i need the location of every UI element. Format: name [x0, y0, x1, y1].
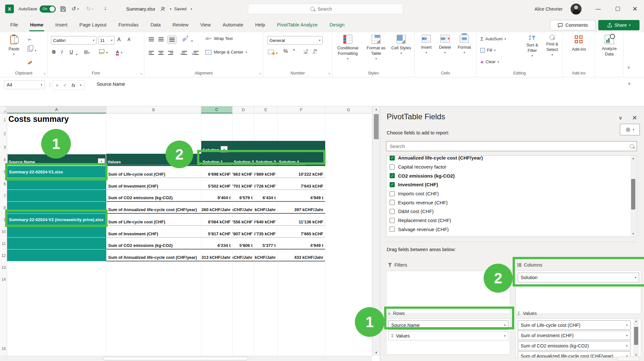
restore-button[interactable]	[611, 0, 624, 18]
cell-g7[interactable]	[325, 190, 372, 202]
percent-style-button[interactable]: %	[283, 48, 288, 54]
fill-button[interactable]: ↓ Fill▾	[480, 48, 496, 53]
row-header-1[interactable]: 1	[0, 113, 7, 126]
values-scroll-down-icon[interactable]: ▼	[633, 354, 639, 356]
cell-d1[interactable]	[232, 113, 254, 126]
collapse-ribbon-icon[interactable]: ∨	[627, 65, 630, 70]
column-header-f[interactable]: F	[278, 106, 325, 113]
cell-f5[interactable]: 10’222 kCHF	[278, 166, 325, 178]
cell-f10[interactable]: 7’665 kCHF	[278, 226, 325, 238]
field-item-imports[interactable]: Imports cost (CHF)	[390, 189, 629, 198]
checkbox-icon[interactable]	[390, 218, 395, 223]
field-item-co2[interactable]: ✓ CO2 emissions (kg-CO2)	[390, 171, 629, 180]
cell-c15[interactable]	[201, 341, 232, 356]
cell-f6[interactable]: 7’643 kCHF	[278, 178, 325, 190]
cell-d6[interactable]: 5’701 kCHF	[232, 178, 254, 190]
tab-file[interactable]: File	[10, 19, 19, 31]
list-scroll-up-icon[interactable]: ▲	[630, 157, 636, 160]
comments-button[interactable]: Comments	[550, 20, 596, 30]
spacer-a[interactable]	[7, 285, 106, 341]
tab-data[interactable]: Data	[150, 19, 161, 31]
values-area[interactable]: Sum of Life-cycle cost (CHF) ▾ Sum of In…	[516, 318, 641, 358]
bold-button[interactable]: B	[52, 49, 56, 54]
cell-b14[interactable]	[106, 273, 201, 285]
spacer-b[interactable]	[106, 285, 201, 341]
cell-e5[interactable]: 6’869 kCHF	[254, 166, 278, 178]
cell-g15[interactable]	[325, 341, 372, 356]
row-header-14[interactable]: 14	[0, 273, 7, 285]
scroll-down-icon[interactable]: ▼	[373, 351, 380, 354]
find-select-button[interactable]: Find & Select ▾	[543, 35, 562, 58]
values-scroll-thumb[interactable]	[634, 327, 638, 345]
cell-c14[interactable]	[201, 273, 232, 285]
cell-d2[interactable]	[232, 126, 254, 141]
align-center-button[interactable]	[158, 50, 164, 56]
column-header-d[interactable]: D	[232, 106, 254, 113]
tab-review[interactable]: Review	[172, 19, 189, 31]
row-header-2[interactable]: 2	[0, 126, 7, 141]
column-header-g[interactable]: G	[325, 106, 372, 113]
select-all-corner[interactable]	[0, 106, 7, 113]
values-scroll-up-icon[interactable]: ▲	[633, 320, 639, 323]
confirm-entry-icon[interactable]: ✓	[63, 82, 67, 88]
paste-button[interactable]: Paste ▾	[5, 35, 23, 57]
column-header-b[interactable]: B	[106, 106, 201, 113]
middle-align-button[interactable]	[158, 37, 164, 43]
cell-d13[interactable]	[232, 261, 254, 273]
cell-e15[interactable]	[254, 341, 278, 356]
copy-button[interactable]: ▾	[28, 46, 36, 53]
cell-e7[interactable]: 6’434 t	[254, 190, 278, 202]
delete-cells-button[interactable]: × Delete ▾	[436, 35, 454, 55]
table-row[interactable]: Sum of Annualized life-cycle cost (CHF/y…	[106, 202, 201, 214]
spacer-f[interactable]	[278, 285, 325, 341]
wrap-text-button[interactable]: ab↵ Wrap Text	[205, 36, 233, 41]
cell-f12[interactable]: 433 kCHF/Jahr	[278, 249, 325, 261]
field-item-replacement[interactable]: Replacement cost (CHF)	[390, 216, 629, 225]
customize-toolbar-icon[interactable]: ▾	[105, 0, 106, 18]
cell-a15[interactable]	[7, 341, 106, 356]
increase-indent-button[interactable]: ▸	[192, 50, 199, 56]
rows-field-values[interactable]: Σ Values ▾	[388, 331, 508, 340]
alignment-dialog-launcher[interactable]: ↘	[259, 72, 261, 75]
increase-decimal-button[interactable]: ←.0.00	[303, 49, 308, 54]
cell-e12[interactable]: 375 kCHF/Jahr	[254, 249, 278, 261]
addins-button[interactable]: Add-ins	[569, 35, 589, 52]
cell-a1[interactable]: Costs summary	[7, 113, 106, 126]
cell-e13[interactable]	[254, 261, 278, 273]
align-left-button[interactable]	[149, 50, 154, 56]
cell-d8[interactable]: 267 kCHF/Jahr	[232, 202, 254, 214]
cell-a7[interactable]	[7, 190, 106, 202]
cell-g1[interactable]	[325, 113, 372, 126]
bottom-align-button[interactable]	[167, 35, 176, 44]
cell-b1[interactable]	[106, 113, 201, 126]
cell-c6[interactable]: 5’502 kCHF	[201, 178, 232, 190]
tab-page-layout[interactable]: Page Layout	[79, 19, 107, 31]
fill-color-button[interactable]: ▾	[99, 49, 108, 55]
analyze-data-button[interactable]: Analyze Data	[598, 35, 621, 57]
top-align-button[interactable]	[149, 37, 154, 43]
minimize-button[interactable]: —	[592, 0, 605, 18]
cell-d5[interactable]: 6’863 kCHF	[232, 166, 254, 178]
italic-button[interactable]: I	[61, 49, 62, 54]
underline-button[interactable]: U	[70, 49, 73, 54]
cell-c9[interactable]: 8’064 kCHF	[201, 214, 232, 226]
redo-button[interactable]: ↻▾	[86, 0, 94, 18]
formula-content[interactable]: Source.Name	[97, 82, 125, 87]
field-item-annualized[interactable]: ✓ Annualized life-cycle cost (CHF/year)	[390, 155, 629, 162]
format-as-table-button[interactable]: Format as Table ▾	[363, 35, 389, 62]
cell-g11[interactable]	[325, 238, 372, 249]
collapse-formula-bar-icon[interactable]: ∧	[628, 81, 631, 86]
conditional-formatting-button[interactable]: Conditional Formatting ▾	[334, 35, 361, 62]
table-row[interactable]: Sum of Investment (CHF)	[106, 226, 201, 238]
vertical-scroll-thumb[interactable]	[374, 114, 379, 139]
accounting-format-button[interactable]: ▾	[268, 50, 278, 55]
checkbox-checked-icon[interactable]: ✓	[390, 173, 395, 178]
field-item-om-cost[interactable]: O&M cost (CHF)	[390, 207, 629, 216]
document-title[interactable]: Summary.xlsx	[126, 0, 155, 18]
table-row[interactable]: Sum of Life-cycle cost (CHF)	[106, 166, 201, 178]
autosave-toggle[interactable]: On	[40, 0, 56, 18]
format-painter-button[interactable]	[28, 58, 32, 64]
fields-search-input[interactable]	[389, 143, 630, 149]
list-scroll-thumb[interactable]	[631, 179, 635, 210]
cell-f11[interactable]: 4’949 t	[278, 238, 325, 249]
